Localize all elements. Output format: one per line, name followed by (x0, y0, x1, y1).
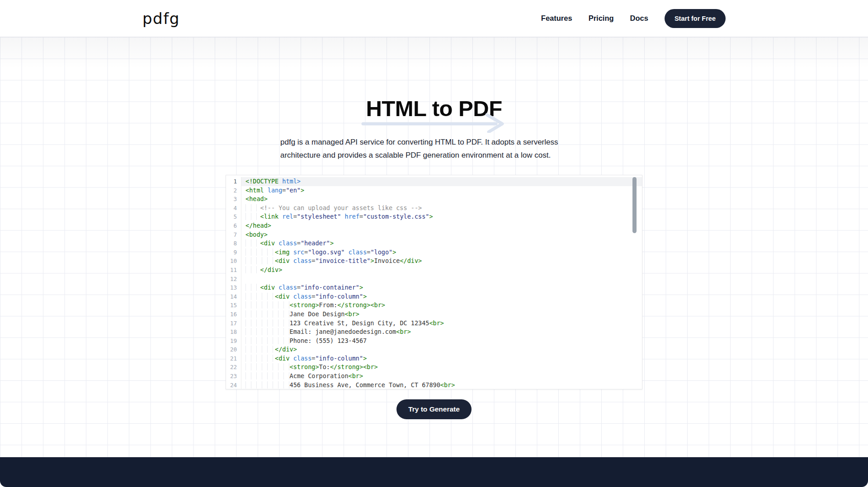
nav-link-docs[interactable]: Docs (630, 14, 648, 23)
code-token-tag: > (301, 187, 304, 194)
line-number: 20 (226, 345, 241, 354)
code-line: 8 <div class="header"> (226, 239, 642, 248)
code-token-tag: <br> (370, 301, 385, 309)
code-token-txt (341, 213, 344, 220)
code-token-tag: <div (275, 293, 290, 300)
code-token-ws (245, 372, 290, 379)
code-line-content: <div class="invoice-title">Invoice</div> (241, 257, 642, 266)
code-token-tag: > (359, 284, 363, 291)
code-line: 24 456 Business Ave, Commerce Town, CT 6… (226, 381, 642, 389)
code-line: 5 <link rel="stylesheet" href="custom-st… (226, 212, 642, 221)
code-token-pun: = (359, 213, 363, 220)
code-line-content: <body> (241, 230, 642, 239)
code-editor[interactable]: 1<!DOCTYPE html>2<html lang="en">3<head>… (226, 175, 642, 389)
code-line-content: Phone: (555) 123-4567 (241, 337, 642, 346)
code-line: 11 </div> (226, 266, 642, 275)
code-token-attr: class (293, 257, 312, 264)
code-token-ws (245, 284, 260, 291)
brand-logo[interactable]: pdfg (142, 9, 180, 28)
code-line-content: <!-- You can upload your assets like css… (241, 204, 642, 213)
code-token-pun: = (297, 239, 301, 247)
code-token-ws (245, 328, 290, 335)
code-line: 10 <div class="invoice-title">Invoice</d… (226, 257, 642, 266)
code-line-content: <img src="logo.svg" class="logo"> (241, 248, 642, 257)
code-token-tag: > (363, 293, 367, 300)
code-line: 23 Acme Corporation<br> (226, 372, 642, 381)
code-line-content: </div> (241, 345, 642, 354)
code-token-attr: rel (282, 213, 293, 220)
code-token-ws (245, 204, 260, 211)
code-line: 14 <div class="info-column"> (226, 292, 642, 301)
code-line-content: <!DOCTYPE html> (241, 177, 642, 186)
code-line: 6</head> (226, 221, 642, 230)
code-token-attr: html> (278, 178, 301, 185)
code-line-content: <link rel="stylesheet" href="custom-styl… (241, 212, 642, 221)
code-line: 21 <div class="info-column"> (226, 354, 642, 363)
line-number: 11 (226, 266, 241, 275)
editor-scrollbar-thumb[interactable] (632, 177, 637, 233)
code-line: 13 <div class="info-container"> (226, 283, 642, 292)
code-line: 20 </div> (226, 345, 642, 354)
code-line-content: <div class="info-column"> (241, 354, 642, 363)
code-token-tag: <br> (363, 363, 378, 370)
code-token-tag: <div (260, 284, 275, 291)
line-number: 9 (226, 248, 241, 257)
code-editor-lines: 1<!DOCTYPE html>2<html lang="en">3<head>… (226, 177, 642, 389)
line-number: 12 (226, 275, 241, 284)
page: pdfg Features Pricing Docs Start for Fre… (0, 0, 868, 487)
code-token-tag: <strong> (290, 301, 319, 309)
code-token-tag: <div (275, 257, 290, 264)
code-token-attr: href (345, 213, 360, 220)
code-token-tag: </div> (260, 266, 283, 273)
try-to-generate-button[interactable]: Try to Generate (396, 399, 472, 419)
code-line: 1<!DOCTYPE html> (226, 177, 642, 186)
code-token-txt (290, 293, 293, 300)
code-token-tag: <br> (349, 372, 363, 379)
code-token-str: "invoice-title" (315, 257, 370, 264)
code-line-content: Acme Corporation<br> (241, 372, 642, 381)
line-number: 14 (226, 292, 241, 301)
code-line-content: </head> (241, 221, 642, 230)
code-token-txt (290, 248, 293, 256)
code-token-tag: <br> (344, 310, 359, 318)
code-token-tag: <img (275, 248, 290, 256)
code-token-str: "custom-style.css" (363, 213, 429, 220)
code-line-content: <div class="info-column"> (241, 292, 642, 301)
code-token-str: "stylesheet" (297, 213, 341, 220)
code-token-tag: > (429, 213, 433, 220)
code-token-tag: > (392, 248, 396, 256)
code-line-content: Email: jane@janedoedesign.com<br> (241, 328, 642, 337)
code-token-pun: = (297, 284, 301, 291)
code-token-ws (245, 293, 275, 300)
code-token-txt (290, 355, 293, 362)
code-token-tag: <!DOCTYPE (245, 178, 278, 185)
code-token-txt: Jane Doe Design (290, 310, 345, 318)
code-line: 16 Jane Doe Design<br> (226, 310, 642, 319)
code-token-ws (245, 319, 290, 327)
code-token-txt: From: (319, 301, 338, 309)
hero-description-line1: pdfg is a managed API service for conver… (280, 138, 558, 146)
start-for-free-button[interactable]: Start for Free (665, 9, 726, 28)
nav-link-pricing[interactable]: Pricing (589, 14, 614, 23)
code-token-ws (245, 301, 290, 309)
line-number: 2 (226, 186, 241, 195)
line-number: 4 (226, 204, 241, 213)
code-token-tag: > (363, 355, 367, 362)
line-number: 23 (226, 372, 241, 381)
code-token-ws (245, 257, 275, 264)
line-number: 7 (226, 230, 241, 239)
nav-link-features[interactable]: Features (541, 14, 572, 23)
code-token-str: "info-container" (301, 284, 359, 291)
code-token-pun: = (304, 248, 308, 256)
code-token-attr: class (278, 239, 297, 247)
code-token-str: "info-column" (315, 293, 363, 300)
code-token-ws (245, 363, 290, 370)
code-line: 9 <img src="logo.svg" class="logo"> (226, 248, 642, 257)
main-section: HTML to PDF pdfg is a managed API servic… (0, 37, 868, 457)
code-token-str: "info-column" (315, 355, 363, 362)
code-token-tag: <br> (440, 381, 455, 389)
footer (0, 457, 868, 487)
code-token-tag: </strong> (337, 301, 370, 309)
code-line-content: 123 Creative St, Design City, DC 12345<b… (241, 319, 642, 328)
line-number: 15 (226, 301, 241, 310)
